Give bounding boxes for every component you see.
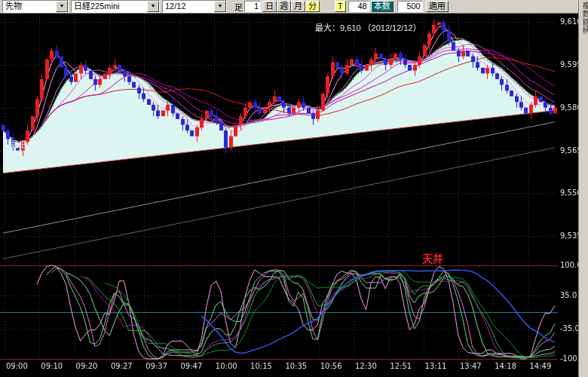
side-tab-strip[interactable]: 複数銘柄 [578,0,588,377]
bar-type-label: 足 [234,1,243,13]
chevron-down-icon[interactable]: ▼ [214,1,226,12]
instrument-type-value: 先物 [3,1,56,12]
side-tab-label: 複数銘柄 [580,2,588,35]
chart-app: 先物 ▼ 日経225mini ▼ 12/12 ▼ 足 1 日 週 月 分 T 4… [0,0,588,377]
interval-input[interactable]: 1 [244,1,261,12]
symbol-select[interactable]: 日経225mini ▼ [71,0,160,13]
period-minute-button[interactable]: 分 [305,1,320,12]
instrument-type-select[interactable]: 先物 ▼ [2,0,69,13]
chevron-down-icon[interactable]: ▼ [56,1,68,12]
bar-count-button[interactable]: 本数 [371,1,394,12]
chart-canvas[interactable] [0,14,578,377]
toolbar: 先物 ▼ 日経225mini ▼ 12/12 ▼ 足 1 日 週 月 分 T 4… [0,0,578,14]
bar-count-input[interactable]: 500 [397,1,423,12]
chart-area: 最大：9,610 （2012/12/12） 最低：9,565 （2012/12/… [0,14,578,377]
period-day-button[interactable]: 日 [262,1,277,12]
period-week-button[interactable]: 週 [277,1,291,12]
apply-button[interactable]: 適用 [426,1,449,12]
tick-count-input[interactable]: 48 [348,1,369,12]
date-value: 12/12 [163,1,214,12]
chevron-down-icon[interactable]: ▼ [147,1,159,12]
tick-mode-button[interactable]: T [335,1,346,12]
symbol-value: 日経225mini [72,1,147,12]
date-select[interactable]: 12/12 ▼ [162,0,227,13]
period-month-button[interactable]: 月 [291,1,305,12]
